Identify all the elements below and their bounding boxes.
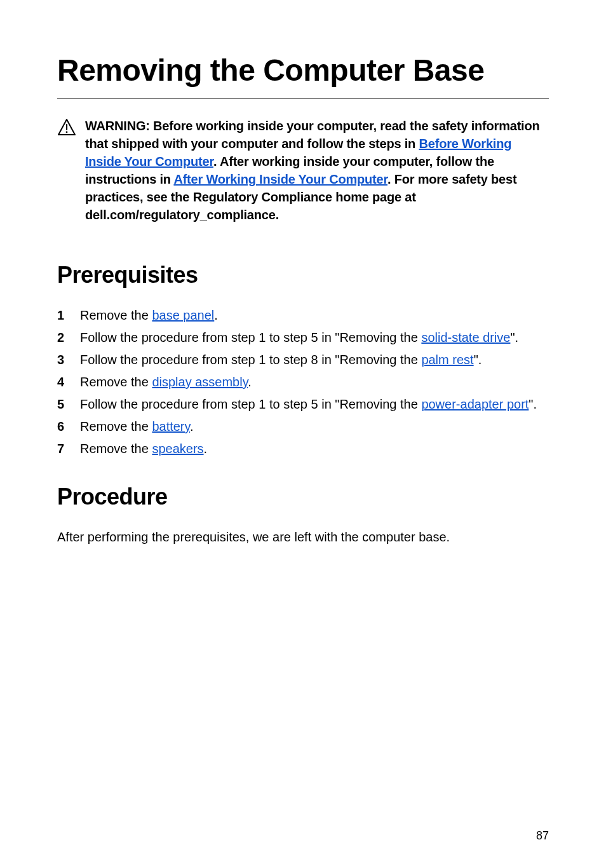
warning-icon: [57, 118, 76, 139]
list-item-text: ".: [474, 353, 482, 367]
warning-link-after[interactable]: After Working Inside Your Computer: [173, 172, 387, 186]
prerequisites-list: Remove the base panel. Follow the proced…: [57, 306, 549, 458]
list-item-text: Remove the: [80, 442, 152, 456]
speakers-link[interactable]: speakers: [152, 442, 203, 456]
list-item: Follow the procedure from step 1 to step…: [57, 395, 549, 414]
list-item-text: .: [214, 308, 218, 322]
svg-point-1: [66, 131, 68, 133]
list-item: Follow the procedure from step 1 to step…: [57, 329, 549, 347]
display-assembly-link[interactable]: display assembly: [152, 375, 248, 389]
warning-text: WARNING: Before working inside your comp…: [85, 117, 549, 224]
procedure-body: After performing the prerequisites, we a…: [57, 528, 549, 546]
list-item: Remove the battery.: [57, 417, 549, 436]
list-item-text: Follow the procedure from step 1 to step…: [80, 397, 421, 411]
procedure-heading: Procedure: [57, 484, 549, 510]
list-item-text: Remove the: [80, 375, 152, 389]
list-item-text: ".: [529, 397, 537, 411]
base-panel-link[interactable]: base panel: [152, 308, 214, 322]
list-item: Follow the procedure from step 1 to step…: [57, 351, 549, 369]
list-item-text: Follow the procedure from step 1 to step…: [80, 353, 421, 367]
list-item: Remove the base panel.: [57, 306, 549, 325]
list-item-text: ".: [510, 330, 518, 344]
list-item: Remove the display assembly.: [57, 373, 549, 391]
battery-link[interactable]: battery: [152, 419, 190, 433]
list-item-text: .: [248, 375, 252, 389]
power-adapter-port-link[interactable]: power-adapter port: [421, 397, 529, 411]
list-item: Remove the speakers.: [57, 440, 549, 458]
list-item-text: .: [204, 442, 208, 456]
list-item-text: Remove the: [80, 419, 152, 433]
ssd-link[interactable]: solid-state drive: [421, 330, 510, 344]
page-title: Removing the Computer Base: [57, 54, 549, 99]
list-item-text: .: [190, 419, 194, 433]
page-number: 87: [536, 829, 549, 843]
list-item-text: Remove the: [80, 308, 152, 322]
palm-rest-link[interactable]: palm rest: [421, 353, 473, 367]
warning-block: WARNING: Before working inside your comp…: [57, 117, 549, 224]
list-item-text: Follow the procedure from step 1 to step…: [80, 330, 421, 344]
prerequisites-heading: Prerequisites: [57, 262, 549, 288]
